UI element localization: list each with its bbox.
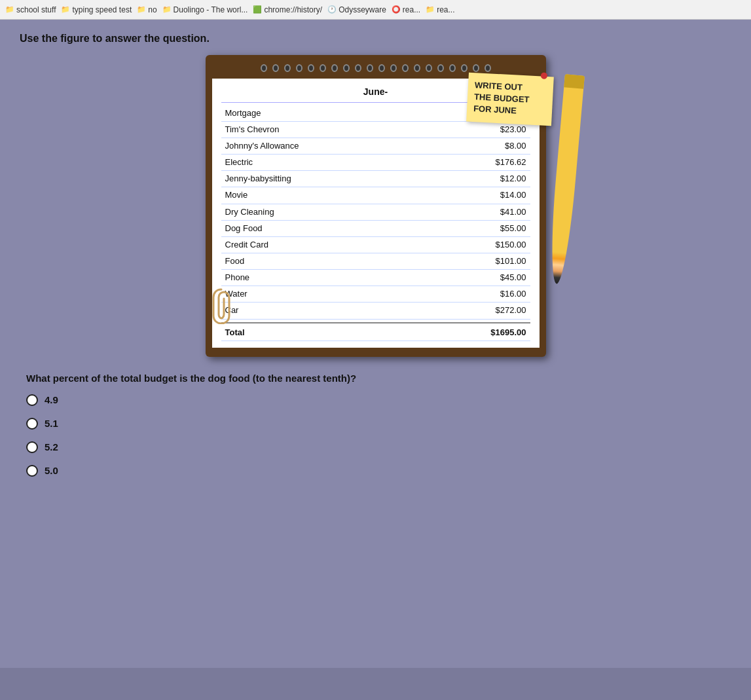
- budget-item-name: Movie: [221, 187, 424, 204]
- spiral-dot: [437, 64, 444, 72]
- radio-button-b[interactable]: [26, 418, 38, 430]
- bookmark-typing-speed-test[interactable]: 📁 no: [137, 5, 156, 14]
- budget-row: Total$1695.00: [221, 323, 530, 341]
- budget-item-name: Mortgage: [221, 105, 424, 122]
- main-content: Use the figure to answer the question.: [0, 20, 751, 668]
- budget-row: Jenny-babysitting$12.00: [221, 171, 530, 187]
- spiral-dot: [331, 64, 338, 72]
- bookmark-reading[interactable]: 📁 rea...: [426, 5, 454, 14]
- budget-item-name: Car: [221, 303, 424, 319]
- bookmarks-bar: 📁 school stuff 📁 typing speed test 📁 no …: [0, 0, 751, 20]
- budget-item-name: Water: [221, 286, 424, 303]
- spiral-dot: [426, 64, 432, 72]
- notepad: WRITE OUT THE BUDGET FOR JUNE June- Mort…: [206, 55, 546, 357]
- folder-icon: 📁: [426, 5, 435, 14]
- spiral-dot: [296, 64, 302, 72]
- radio-button-d[interactable]: [26, 465, 38, 477]
- folder-icon: 📁: [137, 5, 146, 14]
- budget-item-name: Dog Food: [221, 220, 424, 236]
- spiral-dot: [449, 64, 456, 72]
- option-c[interactable]: 5.2: [26, 441, 725, 453]
- budget-item-name: Dry Cleaning: [221, 204, 424, 220]
- question-section: What percent of the total budget is the …: [20, 373, 731, 477]
- budget-row: Dog Food$55.00: [221, 220, 530, 236]
- spiral-dot: [485, 64, 491, 72]
- history-icon: 🕐: [327, 5, 337, 14]
- spiral-dot: [378, 64, 385, 72]
- budget-item-amount: $16.00: [423, 286, 530, 303]
- folder-icon: 📁: [5, 5, 14, 14]
- spiral-dot: [414, 64, 420, 72]
- option-d[interactable]: 5.0: [26, 465, 725, 477]
- spiral-dot: [473, 64, 479, 72]
- budget-row: Tim's Chevron$23.00: [221, 121, 530, 138]
- option-d-label: 5.0: [45, 465, 58, 476]
- budget-item-name: Johnny's Allowance: [221, 138, 424, 154]
- question-text: What percent of the total budget is the …: [26, 373, 725, 384]
- option-a-label: 4.9: [45, 394, 58, 405]
- budget-item-name: Tim's Chevron: [221, 121, 424, 138]
- budget-row: Food$101.00: [221, 253, 530, 269]
- budget-item-amount: $176.62: [423, 155, 530, 171]
- budget-row: Car$272.00: [221, 303, 530, 319]
- budget-item-amount: $45.00: [423, 270, 530, 286]
- notepad-wrapper: WRITE OUT THE BUDGET FOR JUNE June- Mort…: [206, 55, 546, 357]
- bookmark-chrome-history[interactable]: 🕐 Odysseyware: [327, 5, 386, 14]
- bookmark-odysseyware[interactable]: ⭕ rea...: [392, 5, 420, 14]
- spiral-dot: [355, 64, 361, 72]
- option-b[interactable]: 5.1: [26, 418, 725, 430]
- spiral-dot: [308, 64, 314, 72]
- spiral-dot: [261, 64, 267, 72]
- spiral-dot: [284, 64, 291, 72]
- budget-item-amount: $101.00: [423, 253, 530, 269]
- budget-item-name: Total: [221, 323, 424, 341]
- bookmark-games[interactable]: 📁 school stuff: [5, 5, 56, 14]
- notepad-container: WRITE OUT THE BUDGET FOR JUNE June- Mort…: [20, 55, 731, 357]
- spiral-dot: [367, 64, 373, 72]
- bookmark-school-stuff[interactable]: 📁 typing speed test: [61, 5, 132, 14]
- budget-item-amount: $55.00: [423, 220, 530, 236]
- folder-icon: 📁: [162, 5, 172, 14]
- budget-item-amount: $8.00: [423, 138, 530, 154]
- option-b-label: 5.1: [45, 418, 58, 429]
- budget-item-amount: $1695.00: [423, 323, 530, 341]
- paperclip-decoration: [211, 288, 232, 324]
- folder-icon: 📁: [61, 5, 70, 14]
- budget-row: Johnny's Allowance$8.00: [221, 138, 530, 154]
- budget-row: Electric$176.62: [221, 155, 530, 171]
- budget-row: Water$16.00: [221, 286, 530, 303]
- budget-row: Movie$14.00: [221, 187, 530, 204]
- duolingo-icon: 🟩: [253, 5, 262, 14]
- spiral-dot: [461, 64, 467, 72]
- budget-item-name: Electric: [221, 155, 424, 171]
- budget-row: Phone$45.00: [221, 270, 530, 286]
- option-a[interactable]: 4.9: [26, 394, 725, 406]
- budget-item-name: Food: [221, 253, 424, 269]
- budget-item-amount: $12.00: [423, 171, 530, 187]
- budget-row: Dry Cleaning$41.00: [221, 204, 530, 220]
- radio-button-a[interactable]: [26, 394, 38, 406]
- spiral-dot: [320, 64, 326, 72]
- instruction-text: Use the figure to answer the question.: [20, 33, 731, 45]
- radio-button-c[interactable]: [26, 441, 38, 453]
- budget-item-amount: $14.00: [423, 187, 530, 204]
- sticky-pin: [540, 72, 547, 79]
- bookmark-duolingo[interactable]: 🟩 chrome://history/: [253, 5, 322, 14]
- odysseyware-icon: ⭕: [392, 5, 401, 14]
- option-c-label: 5.2: [45, 441, 58, 452]
- spiral-binding: [212, 62, 540, 75]
- budget-item-amount: $150.00: [423, 236, 530, 253]
- bookmark-no[interactable]: 📁 Duolingo - The worl...: [162, 5, 248, 14]
- budget-item-name: Phone: [221, 270, 424, 286]
- budget-item-amount: $272.00: [423, 303, 530, 319]
- sticky-note: WRITE OUT THE BUDGET FOR JUNE: [466, 73, 554, 126]
- budget-table: Mortgage$753.00Tim's Chevron$23.00Johnny…: [221, 105, 530, 341]
- spiral-dot: [390, 64, 397, 72]
- budget-item-name: Jenny-babysitting: [221, 171, 424, 187]
- budget-item-amount: $23.00: [423, 121, 530, 138]
- budget-item-amount: $41.00: [423, 204, 530, 220]
- spiral-dot: [343, 64, 350, 72]
- spiral-dot: [272, 64, 279, 72]
- budget-row: Credit Card$150.00: [221, 236, 530, 253]
- budget-item-name: Credit Card: [221, 236, 424, 253]
